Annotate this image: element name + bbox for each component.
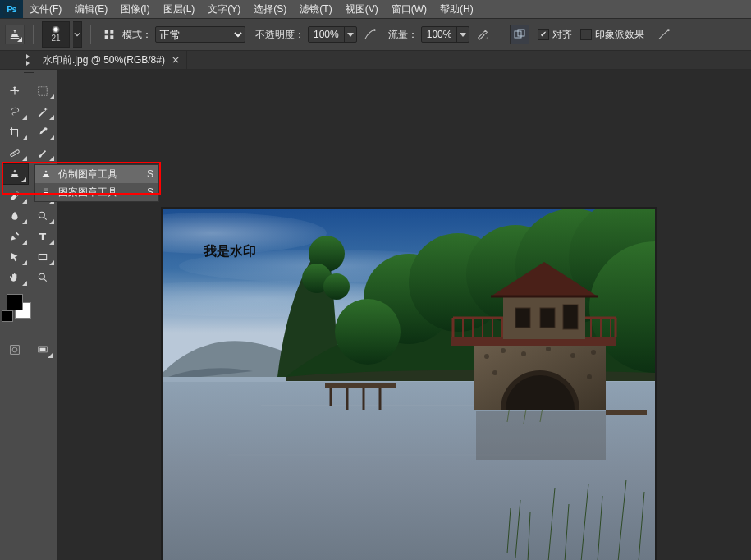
menu-select[interactable]: 选择(S)	[247, 0, 293, 18]
svg-rect-19	[40, 348, 46, 351]
foreground-color[interactable]	[7, 294, 23, 310]
menu-image[interactable]: 图像(I)	[114, 0, 156, 18]
menu-view[interactable]: 视图(V)	[339, 0, 385, 18]
tab-collapse-toggle[interactable]	[0, 54, 34, 66]
tool-hand[interactable]	[2, 268, 29, 287]
impression-checkbox[interactable]: 印象派效果	[580, 28, 644, 42]
workspace: 我是水印	[0, 70, 751, 560]
marquee-icon	[37, 85, 48, 97]
tool-magic-wand[interactable]	[30, 102, 57, 122]
aligned-checkbox[interactable]: 对齐	[538, 28, 572, 42]
svg-point-43	[521, 351, 526, 356]
brush-size: 21	[51, 34, 60, 43]
svg-point-42	[501, 348, 506, 353]
flyout-item-pattern-stamp[interactable]: 图案图章工具 S	[35, 183, 158, 201]
brush-panel-toggle[interactable]	[99, 25, 119, 44]
pressure-opacity-toggle[interactable]	[360, 25, 380, 44]
current-tool-icon[interactable]	[5, 25, 25, 44]
svg-point-6	[667, 29, 670, 31]
flyout-item-shortcut: S	[147, 168, 153, 180]
tool-eyedropper[interactable]	[30, 122, 57, 142]
blend-mode-select[interactable]: 正常	[155, 26, 245, 43]
quickmask-icon	[9, 344, 21, 356]
svg-rect-7	[39, 87, 48, 96]
menu-filter[interactable]: 滤镜(T)	[293, 0, 338, 18]
eyedropper-icon	[37, 126, 48, 138]
svg-rect-73	[606, 410, 647, 415]
brush-icon	[37, 147, 48, 158]
document-canvas[interactable]: 我是水印	[162, 208, 656, 560]
menu-type[interactable]: 文字(Y)	[201, 0, 247, 18]
menu-edit[interactable]: 编辑(E)	[68, 0, 114, 18]
tools-panel-grip[interactable]	[0, 70, 57, 78]
tool-healing[interactable]	[2, 143, 29, 163]
type-icon	[37, 231, 48, 242]
checkbox-box-icon	[538, 29, 549, 40]
quickmask-toggle[interactable]	[3, 340, 26, 360]
dodge-icon	[37, 210, 48, 222]
tool-clone-stamp[interactable]	[2, 163, 29, 185]
menu-bar: Ps 文件(F) 编辑(E) 图像(I) 图层(L) 文字(Y) 选择(S) 滤…	[0, 0, 751, 19]
tool-path-select[interactable]	[2, 247, 29, 267]
brush-preview[interactable]: 21	[42, 21, 70, 48]
menu-window[interactable]: 窗口(W)	[385, 0, 433, 18]
tool-zoom[interactable]	[30, 268, 57, 287]
tool-blur[interactable]	[2, 206, 29, 226]
document-tab[interactable]: 水印前.jpg @ 50%(RGB/8#)	[34, 51, 187, 69]
flow-field[interactable]: 100%	[421, 26, 470, 43]
impression-label: 印象派效果	[595, 28, 644, 42]
tool-eraser[interactable]	[2, 186, 29, 205]
watermark-text: 我是水印	[204, 243, 256, 260]
tool-dodge[interactable]	[30, 206, 57, 226]
default-colors-icon[interactable]	[2, 310, 13, 322]
svg-point-45	[570, 353, 575, 358]
svg-point-41	[484, 354, 489, 359]
pressure-size-toggle[interactable]	[654, 25, 674, 44]
pattern-stamp-icon	[40, 187, 52, 197]
flyout-item-clone-stamp[interactable]: 仿制图章工具 S	[35, 165, 158, 183]
svg-point-15	[39, 273, 44, 279]
menu-file[interactable]: 文件(F)	[23, 0, 68, 18]
menu-items: 文件(F) 编辑(E) 图像(I) 图层(L) 文字(Y) 选择(S) 滤镜(T…	[23, 0, 480, 18]
tool-marquee[interactable]	[30, 81, 57, 101]
clone-source-panel[interactable]	[510, 25, 529, 44]
airbrush-toggle[interactable]	[473, 25, 492, 44]
document-tab-title: 水印前.jpg @ 50%(RGB/8#)	[43, 53, 165, 67]
opacity-label: 不透明度：	[255, 28, 305, 42]
mode-label: 模式：	[122, 28, 152, 42]
svg-rect-72	[563, 305, 578, 329]
flow-label: 流量：	[388, 28, 418, 42]
tool-crop[interactable]	[2, 122, 29, 142]
svg-point-10	[14, 153, 15, 154]
app-logo[interactable]: Ps	[0, 0, 23, 18]
svg-rect-16	[11, 346, 20, 355]
healing-brush-icon	[9, 147, 21, 158]
screenmode-toggle[interactable]	[31, 340, 54, 360]
svg-point-9	[11, 154, 12, 154]
tool-type[interactable]	[30, 227, 57, 246]
brush-panel-icon	[103, 28, 116, 41]
brush-picker-dropdown[interactable]	[73, 21, 82, 48]
tool-pen[interactable]	[2, 227, 29, 246]
svg-rect-74	[476, 411, 606, 460]
svg-point-44	[546, 347, 551, 351]
tool-move[interactable]	[2, 81, 29, 101]
menu-help[interactable]: 帮助(H)	[433, 0, 480, 18]
svg-point-35	[335, 299, 401, 365]
lasso-icon	[9, 106, 21, 117]
opacity-field[interactable]: 100%	[308, 26, 357, 43]
flyout-item-shortcut: S	[147, 186, 153, 198]
tool-brush[interactable]	[30, 143, 57, 163]
svg-point-0	[373, 29, 376, 31]
menu-layer[interactable]: 图层(L)	[157, 0, 202, 18]
airbrush-icon	[476, 28, 489, 41]
blur-drop-icon	[9, 210, 21, 222]
path-selection-icon	[9, 251, 21, 263]
canvas-area[interactable]: 我是水印	[58, 70, 751, 560]
color-swatches[interactable]	[0, 289, 57, 338]
eraser-icon	[9, 190, 21, 201]
tool-shape[interactable]	[30, 247, 57, 267]
tab-close-button[interactable]	[172, 56, 180, 64]
svg-point-28	[323, 273, 350, 300]
tool-lasso[interactable]	[2, 102, 29, 122]
